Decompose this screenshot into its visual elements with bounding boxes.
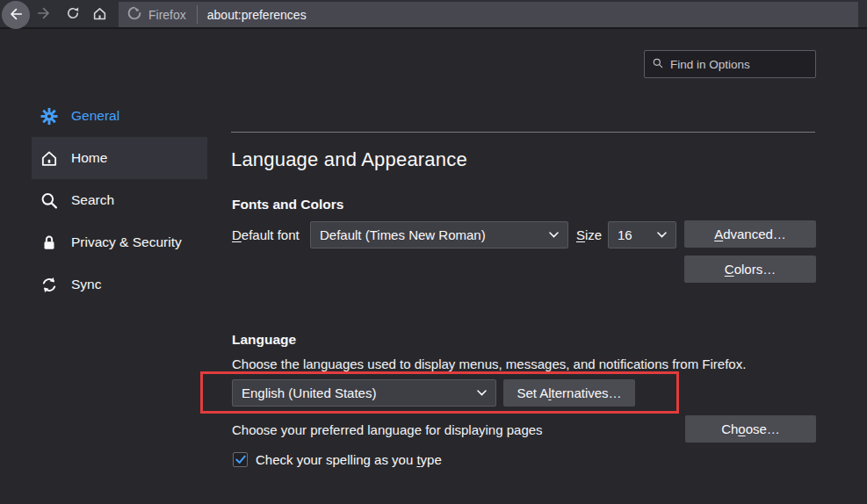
home-icon xyxy=(91,5,108,25)
choose-button[interactable]: Choose… xyxy=(685,415,816,443)
size-label: Size xyxy=(576,227,602,242)
chevron-down-icon xyxy=(477,390,487,396)
sidebar-item-home[interactable]: Home xyxy=(32,137,207,179)
reload-icon xyxy=(65,5,81,24)
default-font-label: Default font xyxy=(232,227,300,242)
reload-button[interactable] xyxy=(62,0,83,29)
forward-arrow-icon xyxy=(35,4,53,25)
firefox-logo-icon xyxy=(126,5,142,24)
sidebar-item-sync[interactable]: Sync xyxy=(32,263,207,306)
colors-button[interactable]: Colors… xyxy=(684,256,816,283)
url-bar[interactable]: Firefox about:preferences xyxy=(119,2,858,27)
gear-icon xyxy=(40,106,59,126)
search-input[interactable] xyxy=(670,58,826,71)
default-font-value: Default (Times New Roman) xyxy=(320,227,544,242)
chevron-down-icon xyxy=(549,232,559,238)
fonts-and-colors-heading: Fonts and Colors xyxy=(232,197,343,212)
page-title: Language and Appearance xyxy=(231,148,467,171)
sidebar-item-privacy-security[interactable]: Privacy & Security xyxy=(32,221,207,263)
sidebar-item-search[interactable]: Search xyxy=(32,179,207,221)
urlbar-separator xyxy=(197,5,198,24)
back-button[interactable] xyxy=(2,1,30,29)
language-description: Choose the languages used to display men… xyxy=(232,356,746,371)
application-language-value: English (United States) xyxy=(242,385,472,400)
forward-button[interactable] xyxy=(33,0,54,29)
set-alternatives-button[interactable]: Set Alternatives… xyxy=(503,379,635,407)
pages-language-description: Choose your preferred language for displ… xyxy=(232,422,543,437)
sync-icon xyxy=(40,275,59,294)
back-arrow-icon xyxy=(7,5,25,25)
sidebar-item-label: Home xyxy=(71,150,107,166)
home-button[interactable] xyxy=(89,0,110,29)
section-divider xyxy=(231,132,815,133)
spellcheck-label: Check your spelling as you type xyxy=(256,452,442,467)
search-icon xyxy=(40,191,59,210)
advanced-button[interactable]: Advanced… xyxy=(684,220,816,248)
chevron-down-icon xyxy=(657,232,667,238)
lock-icon xyxy=(40,233,59,252)
default-font-select[interactable]: Default (Times New Roman) xyxy=(310,221,568,248)
sidebar: General Home Search Privacy & Security xyxy=(32,95,207,306)
spellcheck-checkbox[interactable] xyxy=(233,452,248,467)
language-heading: Language xyxy=(232,332,296,348)
home-icon xyxy=(40,148,59,168)
find-in-options-box[interactable] xyxy=(644,50,816,78)
application-language-select[interactable]: English (United States) xyxy=(232,379,496,407)
font-size-value: 16 xyxy=(618,227,652,242)
spellcheck-row: Check your spelling as you type xyxy=(233,452,442,467)
font-size-select[interactable]: 16 xyxy=(608,221,676,248)
url-text: about:preferences xyxy=(207,8,307,22)
browser-toolbar: Firefox about:preferences xyxy=(0,0,867,29)
sidebar-item-label: Sync xyxy=(71,277,101,292)
magnifier-icon xyxy=(652,57,664,72)
sidebar-item-general[interactable]: General xyxy=(32,95,207,137)
checkmark-icon xyxy=(235,455,246,464)
sidebar-item-label: General xyxy=(71,108,119,124)
sidebar-item-label: Search xyxy=(71,192,114,208)
sidebar-item-label: Privacy & Security xyxy=(71,234,182,250)
identity-label: Firefox xyxy=(148,8,186,22)
